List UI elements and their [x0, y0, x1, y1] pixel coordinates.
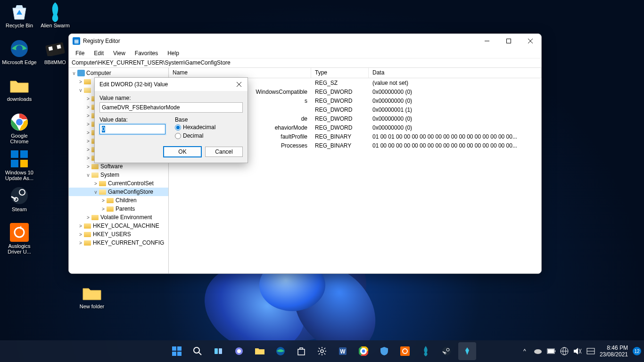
word-icon[interactable]: W: [334, 342, 352, 360]
taskbar-clock[interactable]: 8:46 PM 23/08/2021: [600, 345, 628, 358]
desktop-icon-downloads[interactable]: downloads: [2, 74, 37, 110]
app-icon-orange[interactable]: [396, 342, 414, 360]
tree-item-hkey-local-machine[interactable]: >HKEY_LOCAL_MACHINE: [69, 222, 168, 230]
folder-icon: [107, 206, 114, 212]
expand-icon[interactable]: >: [100, 198, 107, 203]
steam-icon[interactable]: [438, 342, 455, 360]
tree-item-children[interactable]: >Children: [69, 196, 168, 205]
menu-edit[interactable]: Edit: [89, 49, 108, 58]
menu-file[interactable]: File: [71, 49, 89, 58]
tree-item-system[interactable]: vSystem: [69, 171, 168, 179]
base-label: Base: [175, 116, 243, 123]
search-button[interactable]: [189, 342, 206, 360]
svg-point-33: [237, 349, 241, 353]
menu-favorites[interactable]: Favorites: [130, 49, 163, 58]
folder-icon: [99, 189, 107, 195]
desktop-icon-google-chrome[interactable]: Google Chrome: [2, 110, 37, 147]
desktop-icon-alien-swarm[interactable]: Alien Swarm: [38, 0, 73, 37]
tree-item-volatile-environment[interactable]: >Volatile Environment: [69, 213, 168, 222]
expand-icon[interactable]: >: [85, 164, 91, 169]
task-view-button[interactable]: [209, 342, 227, 360]
store-icon[interactable]: [292, 342, 310, 360]
edge-icon: [9, 39, 29, 58]
expand-icon[interactable]: >: [77, 232, 84, 237]
tree-item-parents[interactable]: >Parents: [69, 205, 168, 213]
tree-item-hkey-users[interactable]: >HKEY_USERS: [69, 230, 168, 239]
folder-icon: [107, 197, 114, 204]
header-data[interactable]: Data: [369, 68, 541, 78]
taskbar-center: W: [168, 342, 476, 360]
svg-rect-25: [177, 346, 182, 351]
winupd-icon: [9, 149, 29, 169]
chrome-icon[interactable]: [355, 342, 372, 360]
dialog-titlebar[interactable]: Edit DWORD (32-bit) Value: [95, 78, 248, 91]
radio-hexadecimal[interactable]: Hexadecimal: [175, 124, 243, 131]
volume-icon[interactable]: [573, 347, 582, 355]
svg-rect-53: [400, 346, 410, 356]
battery-icon[interactable]: [547, 347, 555, 355]
menu-view[interactable]: View: [108, 49, 130, 58]
svg-text:W: W: [340, 348, 346, 355]
language-icon[interactable]: [586, 347, 595, 355]
desktop-icon-new-folder[interactable]: New folder: [74, 281, 109, 318]
close-button[interactable]: [520, 34, 541, 48]
cancel-button[interactable]: Cancel: [205, 147, 243, 157]
value-data-label: Value data:: [99, 116, 165, 123]
file-explorer-icon[interactable]: [251, 342, 269, 360]
svg-line-42: [324, 354, 326, 355]
ok-button[interactable]: OK: [164, 147, 201, 157]
radio-decimal[interactable]: Decimal: [175, 132, 243, 139]
tree-item-currentcontrolset[interactable]: >CurrentControlSet: [69, 179, 168, 188]
notification-badge[interactable]: 12: [633, 347, 641, 355]
dialog-title: Edit DWORD (32-bit) Value: [99, 81, 231, 88]
maximize-button[interactable]: [498, 34, 520, 48]
expand-icon[interactable]: >: [77, 223, 84, 229]
desktop-icon-steam[interactable]: Steam: [2, 184, 37, 221]
menubar: FileEditViewFavoritesHelp: [69, 48, 541, 58]
expand-icon[interactable]: >: [92, 181, 99, 186]
titlebar[interactable]: ▦ Registry Editor: [69, 34, 541, 48]
svg-rect-24: [172, 346, 176, 351]
desktop-icon-windows-10-update-as-[interactable]: Windows 10 Update As...: [2, 147, 37, 184]
svg-point-1: [16, 45, 23, 52]
start-button[interactable]: [168, 342, 186, 360]
chat-icon[interactable]: [230, 342, 248, 360]
computer-icon: [77, 70, 85, 76]
8bit-icon: [45, 39, 65, 58]
svg-rect-35: [298, 349, 305, 355]
desktop-icon-8bitmmo[interactable]: 8BitMMO: [38, 37, 73, 74]
desktop-icon-auslogics-driver-u-[interactable]: Auslogics Driver U...: [2, 221, 37, 257]
desktop-icon-microsoft-edge[interactable]: Microsoft Edge: [2, 37, 37, 74]
tree-item-hkey-current-config[interactable]: >HKEY_CURRENT_CONFIG: [69, 239, 168, 247]
desktop-icon-recycle-bin[interactable]: Recycle Bin: [2, 0, 37, 37]
address-bar[interactable]: Computer\HKEY_CURRENT_USER\System\GameCo…: [69, 58, 541, 68]
expand-icon[interactable]: >: [100, 206, 107, 212]
tree-root[interactable]: v Computer: [69, 69, 168, 77]
header-type[interactable]: Type: [311, 68, 369, 78]
minimize-button[interactable]: [476, 34, 498, 48]
onedrive-icon[interactable]: [534, 347, 542, 355]
tray-chevron-icon[interactable]: ^: [520, 347, 529, 355]
tree-item-software[interactable]: >Software: [69, 162, 168, 171]
expand-icon[interactable]: >: [85, 215, 91, 220]
svg-point-36: [321, 350, 323, 353]
expand-icon[interactable]: v: [92, 189, 99, 195]
settings-icon[interactable]: [313, 342, 331, 360]
app-icon-active[interactable]: [458, 342, 476, 360]
security-icon[interactable]: [375, 342, 393, 360]
edge-icon[interactable]: [272, 342, 289, 360]
chevron-down-icon[interactable]: v: [71, 71, 77, 76]
svg-rect-26: [172, 352, 176, 356]
value-data-field[interactable]: [99, 124, 165, 134]
svg-rect-27: [177, 352, 182, 356]
dialog-close-button[interactable]: [231, 78, 248, 91]
expand-icon[interactable]: v: [85, 173, 91, 178]
value-name-field[interactable]: [99, 102, 243, 113]
network-icon[interactable]: [560, 347, 569, 355]
tree-item-gameconfigstore[interactable]: vGameConfigStore: [69, 188, 168, 196]
menu-help[interactable]: Help: [163, 49, 184, 58]
folder-icon: [91, 163, 99, 170]
header-name[interactable]: Name: [169, 68, 311, 78]
app-icon-flame[interactable]: [417, 342, 435, 360]
expand-icon[interactable]: >: [77, 240, 84, 246]
